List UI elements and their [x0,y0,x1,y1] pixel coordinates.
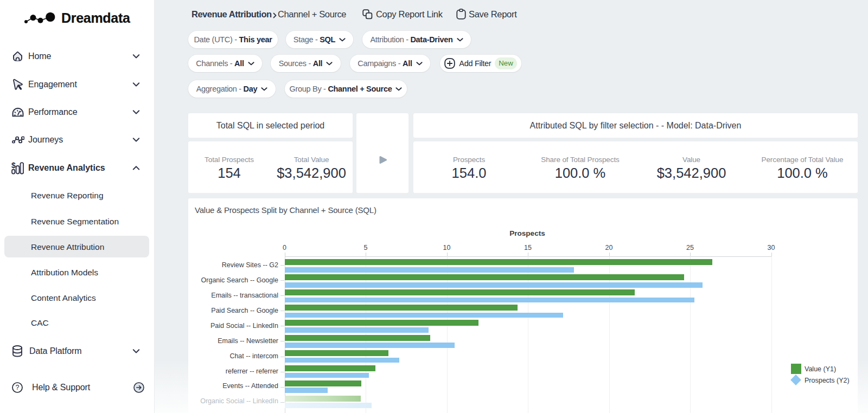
svg-text:$: $ [11,162,16,170]
svg-text:?: ? [15,384,19,391]
